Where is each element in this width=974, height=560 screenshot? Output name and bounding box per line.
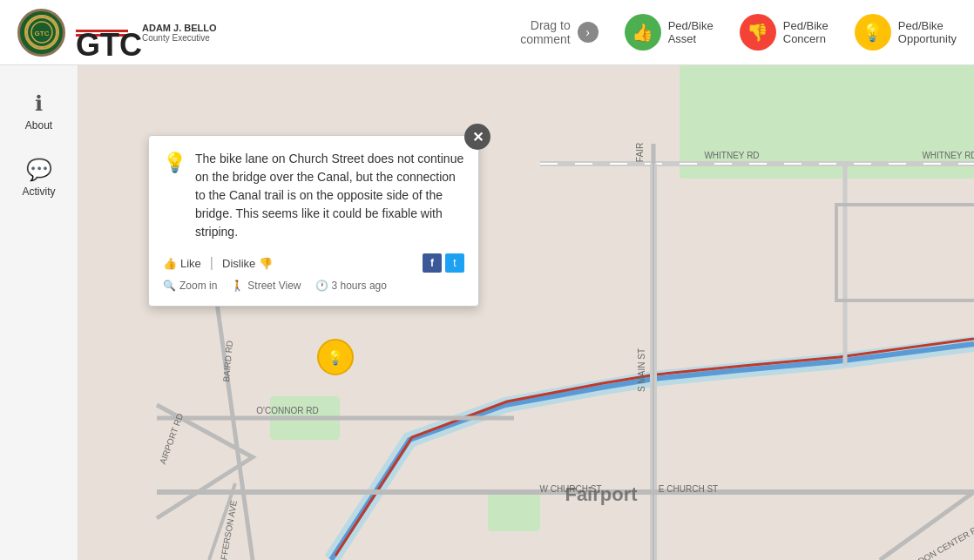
zoom-icon: 🔍 (163, 280, 176, 292)
user-name: ADAM J. BELLO (142, 23, 217, 33)
svg-text:WHITNEY RD: WHITNEY RD (922, 151, 974, 160)
zoom-in-button[interactable]: 🔍 Zoom in (163, 280, 217, 292)
ped-bike-asset-option: 👍 Ped/BikeAsset (625, 14, 714, 51)
drag-label: Drag tocomment (520, 18, 571, 46)
facebook-share-button[interactable]: f (423, 253, 442, 273)
dislike-label: Dislike (222, 257, 255, 270)
social-share-area: f t (423, 253, 464, 273)
popup-text: The bike lane on Church Street does not … (195, 150, 464, 241)
time-label: 3 hours ago (332, 280, 387, 292)
svg-text:S MAIN ST: S MAIN ST (637, 348, 646, 392)
user-title: County Executive (142, 33, 217, 43)
sidebar-item-activity[interactable]: 💬 Activity (4, 149, 74, 206)
asset-pin-icon: 👍 (625, 14, 661, 51)
ped-bike-opportunity-option: 💡 Ped/BikeOpportunity (855, 14, 957, 51)
header-right: Drag tocomment › 👍 Ped/BikeAsset 👎 Ped/B… (520, 14, 957, 51)
activity-icon: 💬 (26, 158, 52, 182)
user-info: ADAM J. BELLO County Executive (142, 23, 217, 43)
gtc-title: GTC (76, 30, 128, 37)
svg-text:GTC: GTC (34, 30, 49, 37)
svg-text:E CHURCH ST: E CHURCH ST (659, 484, 718, 494)
svg-text:FAIR: FAIR (635, 143, 645, 162)
concern-pin-icon: 👎 (740, 14, 776, 51)
about-label: About (25, 119, 52, 132)
info-icon: ℹ (35, 91, 43, 116)
dislike-thumb-icon: 👎 (259, 257, 273, 270)
svg-text:O'CONNOR RD: O'CONNOR RD (256, 406, 318, 415)
concern-label: Ped/BikeConcern (783, 19, 829, 45)
street-view-icon: 🚶 (231, 280, 244, 292)
like-button[interactable]: 👍 Like (163, 257, 201, 270)
popup-pin-icon: 💡 (163, 152, 186, 241)
drag-arrow-icon: › (578, 22, 599, 43)
opportunity-label: Ped/BikeOpportunity (898, 19, 957, 45)
twitter-share-button[interactable]: t (445, 253, 464, 273)
zoom-label: Zoom in (179, 280, 217, 292)
opportunity-pin-icon: 💡 (855, 14, 891, 51)
svg-rect-6 (488, 492, 540, 531)
like-label: Like (180, 257, 201, 270)
logo-inner: GTC (24, 15, 59, 50)
action-separator: | (210, 255, 213, 271)
street-view-label: Street View (247, 280, 301, 292)
popup-meta: 🔍 Zoom in 🚶 Street View 🕐 3 hours ago (163, 280, 464, 292)
street-view-button[interactable]: 🚶 Street View (231, 280, 301, 292)
like-thumb-icon: 👍 (163, 257, 177, 270)
sidebar-item-about[interactable]: ℹ About (4, 83, 74, 140)
clock-icon: 🕐 (315, 280, 328, 292)
ped-bike-concern-option: 👎 Ped/BikeConcern (740, 14, 829, 51)
logo-circle: GTC (17, 9, 65, 57)
drag-to-comment: Drag tocomment › (520, 18, 599, 46)
popup-close-button[interactable]: ✕ (464, 124, 490, 150)
svg-text:Fairport: Fairport (565, 483, 638, 505)
asset-label: Ped/BikeAsset (668, 19, 714, 45)
svg-text:WHITNEY RD: WHITNEY RD (704, 151, 759, 160)
activity-label: Activity (22, 186, 55, 198)
popup: ✕ 💡 The bike lane on Church Street does … (148, 135, 479, 307)
dislike-button[interactable]: Dislike 👎 (222, 257, 273, 270)
main: ℹ About 💬 Activity (0, 65, 974, 560)
popup-actions: 👍 Like | Dislike 👎 f t (163, 253, 464, 273)
logo-area: GTC GTC ADAM J. BELLO County Executive (17, 9, 217, 57)
sidebar: ℹ About 💬 Activity (0, 65, 78, 560)
popup-content: 💡 The bike lane on Church Street does no… (163, 150, 464, 241)
timestamp: 🕐 3 hours ago (315, 280, 387, 292)
map-container[interactable]: WHITNEY RD WHITNEY RD S MAIN ST E CHURCH… (78, 65, 974, 560)
brand-name-area: GTC (76, 28, 128, 37)
header: GTC GTC ADAM J. BELLO County Executive D… (0, 0, 974, 65)
svg-text:💡: 💡 (327, 349, 344, 366)
